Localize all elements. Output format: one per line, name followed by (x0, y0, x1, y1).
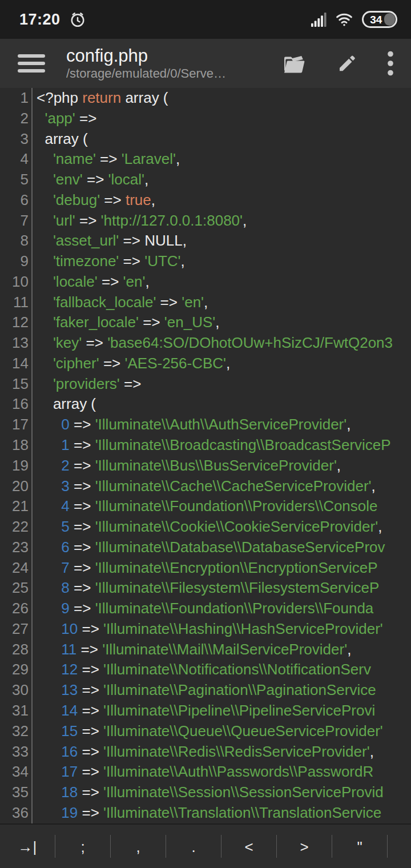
code-token: => (96, 150, 122, 167)
code-token (37, 416, 61, 433)
code-line[interactable]: <?php return array ( (37, 88, 411, 108)
battery-percentage: 34 (364, 13, 389, 26)
code-line[interactable]: 15 => 'Illuminate\\Queue\\QueueServicePr… (37, 721, 411, 742)
line-number: 20 (0, 476, 29, 497)
line-number: 7 (0, 211, 29, 231)
code-token (37, 600, 61, 617)
code-line[interactable]: 1 => 'Illuminate\\Broadcasting\\Broadcas… (37, 435, 411, 456)
code-token: 'debug' (53, 191, 100, 208)
code-line[interactable]: 13 => 'Illuminate\\Pagination\\Paginatio… (37, 680, 411, 701)
file-path: /storage/emulated/0/Serve… (66, 66, 281, 81)
line-number: 21 (0, 496, 29, 517)
code-token: 'Illuminate\\Queue\\QueueServiceProvider… (103, 722, 383, 740)
code-token: 12 (61, 661, 78, 678)
symbol-key-greater-than[interactable]: > (277, 825, 332, 868)
line-number: 23 (0, 537, 29, 558)
line-number: 30 (0, 680, 29, 701)
code-line[interactable]: 'cipher' => 'AES-256-CBC', (37, 353, 411, 374)
code-token: 'Illuminate\\Database\\DatabaseServicePr… (95, 539, 385, 556)
code-line[interactable]: 17 => 'Illuminate\\Auth\\Passwords\\Pass… (37, 762, 411, 782)
symbol-key-period[interactable]: . (166, 825, 221, 868)
code-token (37, 436, 61, 453)
line-number: 13 (0, 333, 29, 353)
code-token: array ( (37, 395, 96, 412)
code-token: => (76, 641, 102, 658)
line-number: 34 (0, 762, 29, 782)
code-token: , (378, 518, 382, 535)
open-file-button[interactable] (281, 51, 307, 75)
code-token: => NULL, (119, 232, 187, 249)
symbol-key-tab[interactable]: →| (0, 825, 55, 868)
symbol-shortcut-bar: →|;,.<>" (0, 823, 411, 868)
code-line[interactable]: 3 => 'Illuminate\\Cache\\CacheServicePro… (37, 476, 411, 497)
code-line[interactable]: 'env' => 'local', (37, 170, 411, 190)
code-line[interactable]: 5 => 'Illuminate\\Cookie\\CookieServiceP… (37, 517, 411, 537)
line-number: 17 (0, 415, 29, 435)
code-token: , (370, 743, 374, 760)
code-line[interactable]: 'locale' => 'en', (37, 272, 411, 292)
code-line[interactable]: array ( (37, 129, 411, 150)
code-line[interactable]: 14 => 'Illuminate\\Pipeline\\PipelineSer… (37, 701, 411, 721)
code-token: => (70, 579, 95, 596)
hamburger-menu-icon (18, 54, 45, 58)
line-number: 11 (0, 292, 29, 313)
code-line[interactable]: 19 => 'Illuminate\\Translation\\Translat… (37, 803, 411, 823)
code-area[interactable]: <?php return array ( 'app' => array ( 'n… (33, 88, 411, 823)
code-token: 'Illuminate\\Mail\\MailServiceProvider' (102, 641, 347, 658)
code-line[interactable]: 'asset_url' => NULL, (37, 231, 411, 251)
code-editor[interactable]: 1234567891011121314151617181920212223242… (0, 88, 411, 823)
code-line[interactable]: 9 => 'Illuminate\\Foundation\\Providers\… (37, 598, 411, 619)
code-token: , (337, 457, 341, 474)
symbol-key-less-than[interactable]: < (221, 825, 276, 868)
code-line[interactable]: 'providers' => (37, 374, 411, 395)
code-line[interactable]: 'app' => (37, 108, 411, 129)
line-number: 8 (0, 231, 29, 251)
code-token (37, 641, 61, 658)
code-token: 7 (61, 559, 69, 576)
symbol-key-comma[interactable]: , (111, 825, 166, 868)
code-line[interactable]: array ( (37, 394, 411, 415)
code-token (37, 334, 53, 351)
code-line[interactable]: 'timezone' => 'UTC', (37, 251, 411, 272)
code-token (37, 110, 45, 127)
code-token: 18 (61, 783, 78, 801)
code-line[interactable]: 'key' => 'base64:SO/DOhotOUw+hSizCJ/FwtQ… (37, 333, 411, 353)
code-token: 'Illuminate\\Session\\SessionServiceProv… (103, 783, 384, 801)
code-token: 'UTC' (144, 252, 180, 270)
code-token (37, 273, 53, 290)
code-token: => (70, 497, 95, 515)
code-line[interactable]: 'faker_locale' => 'en_US', (37, 312, 411, 333)
code-token: 'Illuminate\\Notifications\\Notification… (103, 661, 371, 678)
line-number: 33 (0, 742, 29, 762)
code-line[interactable]: 'debug' => true, (37, 190, 411, 211)
code-token: 5 (61, 518, 69, 535)
code-token: 11 (61, 641, 76, 658)
code-line[interactable]: 8 => 'Illuminate\\Filesystem\\Filesystem… (37, 578, 411, 598)
code-token: => (70, 457, 95, 474)
code-token: 8 (61, 579, 69, 596)
edit-button[interactable] (336, 52, 358, 75)
code-token: 'Illuminate\\Pipeline\\PipelineServicePr… (103, 702, 375, 719)
code-line[interactable]: 0 => 'Illuminate\\Auth\\AuthServiceProvi… (37, 415, 411, 435)
hamburger-menu-icon (18, 62, 45, 65)
symbol-key-semicolon[interactable]: ; (55, 825, 110, 868)
code-line[interactable]: 'name' => 'Laravel', (37, 149, 411, 170)
line-number: 26 (0, 598, 29, 619)
line-number: 1 (0, 88, 29, 108)
code-line[interactable]: 12 => 'Illuminate\\Notifications\\Notifi… (37, 660, 411, 680)
code-line[interactable]: 11 => 'Illuminate\\Mail\\MailServiceProv… (37, 640, 411, 660)
code-line[interactable]: 7 => 'Illuminate\\Encryption\\Encryption… (37, 558, 411, 578)
overflow-menu-button[interactable] (387, 51, 394, 76)
code-line[interactable]: 6 => 'Illuminate\\Database\\DatabaseServ… (37, 537, 411, 558)
code-token: 'en_US' (164, 314, 215, 331)
code-line[interactable]: 16 => 'Illuminate\\Redis\\RedisServicePr… (37, 742, 411, 762)
code-line[interactable]: 2 => 'Illuminate\\Bus\\BusServiceProvide… (37, 456, 411, 476)
menu-button[interactable] (17, 52, 46, 75)
code-line[interactable]: 4 => 'Illuminate\\Foundation\\Providers\… (37, 496, 411, 517)
code-line[interactable]: 'url' => 'http://127.0.0.1:8080', (37, 211, 411, 231)
code-line[interactable]: 18 => 'Illuminate\\Session\\SessionServi… (37, 782, 411, 803)
code-token: => (83, 171, 108, 188)
code-line[interactable]: 10 => 'Illuminate\\Hashing\\HashServiceP… (37, 619, 411, 640)
code-line[interactable]: 'fallback_locale' => 'en', (37, 292, 411, 313)
symbol-key-double-quote[interactable]: " (332, 825, 387, 868)
